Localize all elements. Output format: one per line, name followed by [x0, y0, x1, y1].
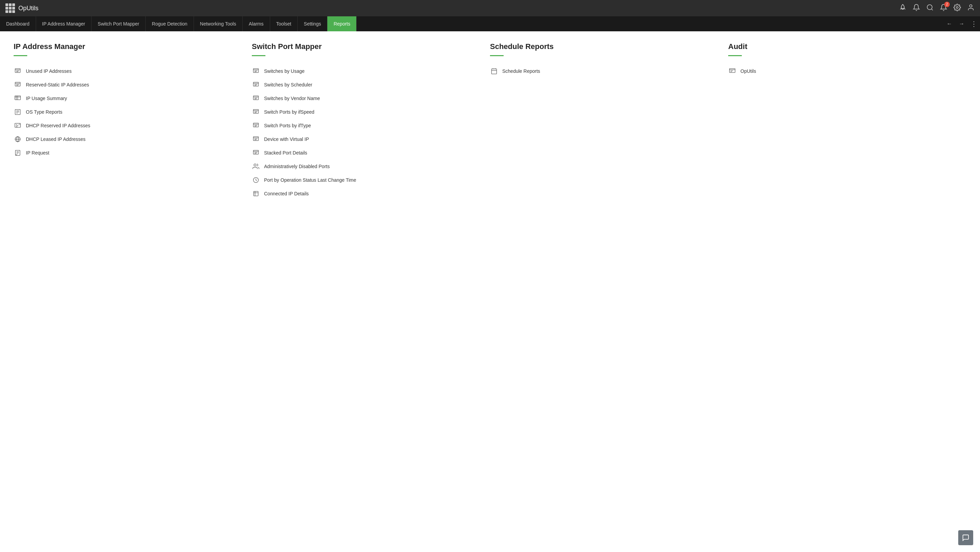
nav-switch-port-mapper[interactable]: Switch Port Mapper	[92, 16, 146, 31]
notification-icon[interactable]: 2	[940, 4, 947, 13]
top-bar: OpUtils 2	[0, 0, 980, 16]
menu-item-stacked-port-details[interactable]: Stacked Port Details	[252, 146, 476, 160]
switch-port-mapper-divider	[252, 55, 266, 56]
switches-by-usage-icon	[252, 68, 260, 75]
admin-disabled-icon	[252, 163, 260, 170]
menu-item-switches-by-scheduler[interactable]: Switches by Scheduler	[252, 78, 476, 92]
ip-usage-summary-icon	[14, 95, 22, 102]
content-area: IP Address Manager Unused IP Addresses R…	[0, 31, 980, 552]
gear-icon[interactable]	[953, 4, 961, 13]
svg-rect-63	[730, 69, 735, 73]
schedule-reports-section: Schedule Reports Schedule Reports	[490, 42, 728, 200]
dhcp-reserved-icon	[14, 122, 22, 129]
rocket-icon[interactable]	[899, 4, 907, 13]
svg-rect-38	[253, 110, 259, 114]
schedule-reports-list: Schedule Reports	[490, 64, 714, 78]
menu-item-ip-usage-summary[interactable]: IP Usage Summary	[14, 92, 238, 105]
menu-item-connected-ip-details[interactable]: Connected IP Details	[252, 187, 476, 200]
nav-networking-tools[interactable]: Networking Tools	[194, 16, 243, 31]
nav-prev-arrow[interactable]: ←	[943, 16, 956, 31]
svg-rect-46	[253, 137, 259, 141]
search-icon[interactable]	[926, 4, 934, 13]
top-bar-right: 2	[899, 4, 975, 13]
svg-rect-30	[253, 82, 259, 86]
menu-item-admin-disabled-ports[interactable]: Administratively Disabled Ports	[252, 160, 476, 173]
svg-rect-3	[15, 69, 21, 73]
menu-item-switch-ports-iftype[interactable]: Switch Ports by ifType	[252, 119, 476, 132]
schedule-reports-title: Schedule Reports	[490, 42, 714, 51]
svg-point-20	[19, 124, 20, 125]
switch-ports-iftype-icon	[252, 122, 260, 129]
menu-item-dhcp-reserved[interactable]: DHCP Reserved IP Addresses	[14, 119, 238, 132]
audit-title: Audit	[728, 42, 953, 51]
stacked-port-icon	[252, 150, 260, 156]
nav-ip-address-manager[interactable]: IP Address Manager	[36, 16, 92, 31]
svg-rect-59	[492, 69, 497, 74]
svg-point-54	[254, 164, 256, 166]
switch-port-mapper-title: Switch Port Mapper	[252, 42, 476, 51]
report-sections: IP Address Manager Unused IP Addresses R…	[14, 42, 966, 200]
notification-alt-icon[interactable]	[913, 4, 920, 13]
audit-section: Audit OpUtils	[728, 42, 966, 200]
os-type-reports-icon	[14, 108, 22, 115]
schedule-reports-divider	[490, 55, 504, 56]
svg-point-2	[969, 5, 972, 7]
schedule-reports-icon	[490, 68, 498, 75]
switch-ports-ifspeed-icon	[252, 108, 260, 115]
menu-item-switch-ports-ifspeed[interactable]: Switch Ports by ifSpeed	[252, 105, 476, 119]
svg-rect-34	[253, 96, 259, 100]
dhcp-leased-icon	[14, 136, 22, 143]
switch-port-mapper-section: Switch Port Mapper Switches by Usage Swi…	[252, 42, 490, 200]
notification-badge: 2	[944, 2, 950, 7]
nav-right-controls: ← → ⋮	[943, 16, 980, 31]
svg-point-0	[927, 5, 932, 10]
oputils-audit-icon	[728, 68, 737, 75]
menu-item-reserved-static[interactable]: Reserved-Static IP Addresses	[14, 78, 238, 92]
nav-reports[interactable]: Reports	[327, 16, 356, 31]
nav-alarms[interactable]: Alarms	[243, 16, 270, 31]
nav-bar: Dashboard IP Address Manager Switch Port…	[0, 16, 980, 31]
menu-item-schedule-reports[interactable]: Schedule Reports	[490, 64, 714, 78]
ip-address-manager-section: IP Address Manager Unused IP Addresses R…	[14, 42, 252, 200]
menu-item-switches-by-usage[interactable]: Switches by Usage	[252, 64, 476, 78]
menu-item-unused-ip[interactable]: Unused IP Addresses	[14, 64, 238, 78]
user-icon[interactable]	[967, 4, 975, 13]
svg-rect-56	[253, 191, 258, 196]
nav-settings[interactable]: Settings	[298, 16, 328, 31]
ip-request-icon	[14, 150, 22, 156]
switches-by-scheduler-icon	[252, 81, 260, 88]
nav-rogue-detection[interactable]: Rogue Detection	[146, 16, 194, 31]
svg-rect-7	[15, 82, 21, 86]
svg-rect-42	[253, 123, 259, 127]
nav-toolset[interactable]: Toolset	[270, 16, 298, 31]
reserved-static-icon	[14, 81, 22, 88]
device-virtual-ip-icon	[252, 136, 260, 143]
top-bar-left: OpUtils	[5, 3, 38, 13]
menu-item-dhcp-leased[interactable]: DHCP Leased IP Addresses	[14, 132, 238, 146]
ip-address-manager-title: IP Address Manager	[14, 42, 238, 51]
menu-item-os-type-reports[interactable]: OS Type Reports	[14, 105, 238, 119]
svg-rect-26	[253, 69, 259, 73]
menu-item-device-virtual-ip[interactable]: Device with Virtual IP	[252, 132, 476, 146]
audit-list: OpUtils	[728, 64, 953, 78]
menu-item-oputils-audit[interactable]: OpUtils	[728, 64, 953, 78]
nav-dashboard[interactable]: Dashboard	[0, 16, 36, 31]
ip-address-manager-divider	[14, 55, 27, 56]
app-title: OpUtils	[18, 5, 38, 12]
nav-more-button[interactable]: ⋮	[968, 16, 980, 31]
connected-ip-icon	[252, 190, 260, 197]
menu-item-port-operation-status[interactable]: Port by Operation Status Last Change Tim…	[252, 173, 476, 187]
port-operation-icon	[252, 177, 260, 183]
menu-item-ip-request[interactable]: IP Request	[14, 146, 238, 160]
switches-by-vendor-icon	[252, 95, 260, 102]
unused-ip-icon	[14, 68, 22, 75]
svg-point-1	[956, 6, 958, 8]
chat-bubble[interactable]	[958, 530, 973, 545]
svg-rect-50	[253, 150, 259, 154]
menu-item-switches-by-vendor[interactable]: Switches by Vendor Name	[252, 92, 476, 105]
app-grid-icon[interactable]	[5, 3, 15, 13]
nav-next-arrow[interactable]: →	[956, 16, 968, 31]
audit-divider	[728, 55, 742, 56]
switch-port-mapper-list: Switches by Usage Switches by Scheduler …	[252, 64, 476, 200]
ip-address-manager-list: Unused IP Addresses Reserved-Static IP A…	[14, 64, 238, 160]
